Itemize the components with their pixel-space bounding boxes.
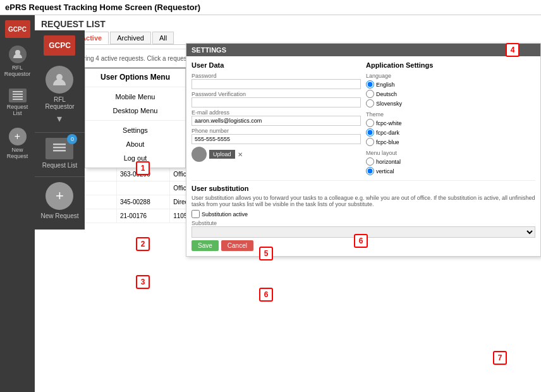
theme-blue[interactable]: fcpc-blue <box>366 138 535 146</box>
row-req-no: 345-00288 <box>116 195 169 209</box>
menu-item-desktop[interactable]: Desktop Menu <box>85 104 185 118</box>
language-label: Language <box>366 73 535 79</box>
settings-cancel-button[interactable]: Cancel <box>221 240 253 251</box>
svg-rect-3 <box>13 96 23 97</box>
row-req-no <box>116 181 169 195</box>
user-icon <box>9 46 27 63</box>
user-sub-title: User substitution <box>191 185 535 192</box>
password-verify-input[interactable] <box>191 97 361 107</box>
password-input[interactable] <box>191 79 361 89</box>
avatar-upload-row: Upload ✕ <box>191 147 361 162</box>
svg-rect-2 <box>13 94 23 95</box>
email-input[interactable] <box>191 116 361 126</box>
menu-item-logout[interactable]: Log out <box>85 151 185 165</box>
sidebar-label-list: Request List <box>3 104 32 116</box>
svg-rect-1 <box>13 91 23 92</box>
password-verify-label: Password Verification <box>191 91 361 97</box>
sidebar-label-new: New Request <box>3 147 32 159</box>
password-label: Password <box>191 73 361 79</box>
lang-slovensky[interactable]: Slovensky <box>366 99 535 107</box>
password-verify-row: Password Verification <box>191 91 361 107</box>
list-icon <box>9 89 27 102</box>
settings-panel-title: SETTINGS <box>186 44 540 56</box>
svg-rect-8 <box>53 150 66 152</box>
app-settings-title: Application Settings <box>366 61 535 69</box>
chevron-down-icon: ▾ <box>57 113 62 125</box>
language-options: English Deutsch Slovensky <box>366 80 535 107</box>
upload-button[interactable]: Upload <box>209 150 235 159</box>
request-list-badge: 0 <box>67 134 77 144</box>
phone-row: Phone number <box>191 128 361 144</box>
overlay-user-card[interactable]: RFLRequestor ▾ <box>35 61 85 130</box>
overlay-new-label: New Request <box>40 212 78 219</box>
upload-clear-icon[interactable]: ✕ <box>238 151 243 158</box>
tab-archived[interactable]: Archived <box>110 32 151 44</box>
plus-icon2: + <box>46 182 73 210</box>
list-icon2: 0 <box>46 138 73 159</box>
password-field-row: Password <box>191 73 361 89</box>
layout-vertical[interactable]: vertical <box>366 167 535 175</box>
theme-label: Theme <box>366 111 535 118</box>
menu-item-about[interactable]: About <box>85 137 185 151</box>
user-avatar <box>46 66 73 94</box>
sidebar-item-request-list[interactable]: Request List <box>0 85 35 120</box>
menu-item-mobile[interactable]: Mobile Menu <box>85 90 185 104</box>
substitute-label: Substitute <box>191 220 535 226</box>
settings-save-button[interactable]: Save <box>191 240 219 251</box>
settings-panel: SETTINGS User Data Password Password Ver… <box>186 43 541 257</box>
user-options-menu: User Options Menu Mobile Menu Desktop Me… <box>85 68 186 168</box>
overlay-list-label: Request List <box>42 162 78 169</box>
theme-white[interactable]: fcpc-white <box>366 119 535 127</box>
menu-layout-label: Menu layout <box>366 150 535 156</box>
app-settings-section: Application Settings Language English De… <box>366 61 535 175</box>
sidebar-logo: GCPC <box>5 20 30 38</box>
row-req-no: 21-00176 <box>116 209 169 223</box>
lang-deutsch[interactable]: Deutsch <box>366 90 535 98</box>
substitute-row: Substitute <box>191 220 535 238</box>
svg-rect-6 <box>53 144 66 145</box>
layout-horizontal[interactable]: horizontal <box>366 157 535 166</box>
email-row: E-mail address <box>191 109 361 126</box>
tab-all[interactable]: All <box>152 32 174 44</box>
sidebar-item-rfl-requestor[interactable]: RFL Requestor <box>0 42 35 81</box>
theme-dark[interactable]: fcpc-dark <box>366 128 535 137</box>
overlay-user-name: RFLRequestor <box>45 96 74 110</box>
email-label: E-mail address <box>191 109 361 116</box>
svg-rect-4 <box>13 99 23 100</box>
user-data-section: User Data Password Password Verification… <box>191 61 361 175</box>
lang-english[interactable]: English <box>366 80 535 89</box>
plus-circle-icon: + <box>9 128 27 145</box>
page-title: ePRS Request Tracking Home Screen (Reque… <box>0 0 541 15</box>
sidebar: GCPC RFL Requestor Request List + New Re… <box>0 15 35 392</box>
menu-items: Mobile Menu Desktop Menu Settings About … <box>85 87 185 168</box>
menu-divider <box>85 120 185 121</box>
phone-label: Phone number <box>191 128 361 134</box>
row-req-no: 363-00290 <box>116 168 169 181</box>
theme-options: fcpc-white fcpc-dark fcpc-blue <box>366 119 535 146</box>
settings-action-buttons: Save Cancel <box>191 240 535 251</box>
user-data-title: User Data <box>191 61 361 69</box>
sidebar-item-new-request[interactable]: + New Request <box>0 124 35 163</box>
overlay-request-list[interactable]: 0 Request List <box>35 132 85 174</box>
request-list-title: REQUEST LIST <box>41 19 535 29</box>
sub-active-checkbox[interactable]: Substitution active <box>191 210 535 218</box>
substitute-select[interactable] <box>191 226 535 238</box>
menu-item-settings[interactable]: Settings <box>85 123 185 137</box>
phone-input[interactable] <box>191 134 361 144</box>
menu-title: User Options Menu <box>85 69 185 87</box>
overlay-new-request[interactable]: + New Request <box>35 176 85 224</box>
expanded-sidebar: GCPC RFLRequestor ▾ 0 Request List + New… <box>35 30 85 230</box>
menu-layout-options: horizontal vertical <box>366 157 535 175</box>
user-substitution-section: User substitution User substitution allo… <box>191 180 535 251</box>
svg-rect-7 <box>53 147 66 149</box>
avatar-icon <box>191 147 207 162</box>
user-sub-desc: User substitution allows you to forward … <box>191 195 535 207</box>
sidebar-label-rfl: RFL Requestor <box>3 64 32 77</box>
overlay-logo: GCPC <box>44 35 75 56</box>
settings-grid: User Data Password Password Verification… <box>186 56 540 180</box>
